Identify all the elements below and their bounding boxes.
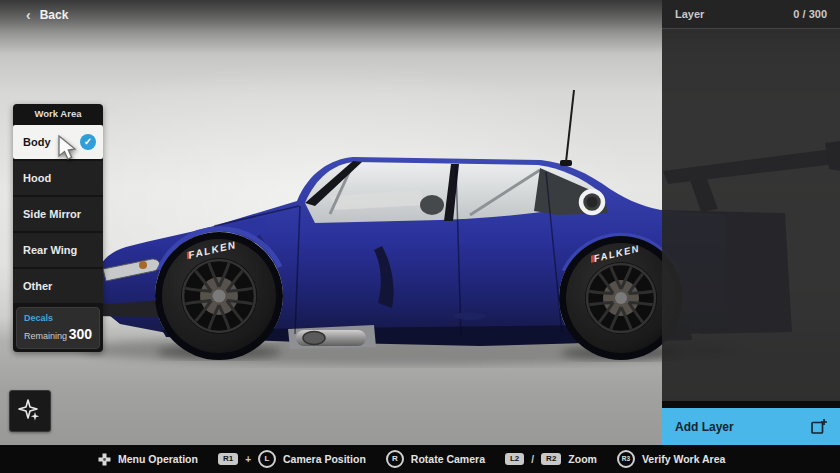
layer-panel: Layer 0 / 300 Add Layer [662, 0, 840, 445]
antenna [560, 90, 574, 166]
hint-menu-operation: Menu Operation [98, 453, 198, 466]
remaining-value: 300 [69, 326, 92, 342]
plus-separator: + [245, 454, 251, 465]
dpad-icon [98, 453, 111, 466]
hint-label: Rotate Camera [411, 453, 485, 465]
left-stick-icon: L [258, 450, 276, 468]
r3-stick-icon: R3 [617, 450, 635, 468]
remaining-label: Remaining [24, 331, 67, 341]
item-label: Rear Wing [23, 244, 77, 256]
check-icon: ✓ [80, 134, 96, 150]
door-handle [454, 312, 486, 320]
add-layer-icon [810, 418, 827, 435]
add-layer-button[interactable]: Add Layer [662, 408, 840, 445]
item-label: Body [23, 136, 51, 148]
chevron-left-icon: ‹ [26, 8, 31, 22]
r2-button-icon: R2 [541, 453, 561, 465]
right-stick-icon: R [386, 450, 404, 468]
livery-editor-screen: FALKEN FALKEN [0, 0, 840, 473]
layer-panel-divider [662, 401, 840, 408]
layer-panel-title: Layer [675, 8, 704, 20]
item-label: Hood [23, 172, 51, 184]
decals-counter: Decals Remaining 300 [16, 307, 100, 349]
work-area-item-side-mirror[interactable]: Side Mirror [13, 197, 103, 231]
side-exhaust [288, 325, 376, 349]
l2-button-icon: L2 [505, 453, 524, 465]
hint-label: Camera Position [283, 453, 366, 465]
work-area-panel: Work Area Body ✓ Hood Side Mirror Rear W… [13, 104, 103, 352]
hint-zoom: L2 / R2 Zoom [505, 453, 597, 465]
hint-verify-work-area: R3 Verify Work Area [617, 450, 725, 468]
layer-panel-header: Layer 0 / 300 [662, 0, 840, 29]
front-wheel: FALKEN [155, 232, 283, 360]
effects-button[interactable] [9, 390, 51, 432]
control-hint-bar: Menu Operation R1 + L Camera Position R … [0, 445, 840, 473]
headrest [420, 195, 444, 215]
work-area-item-hood[interactable]: Hood [13, 161, 103, 195]
item-label: Side Mirror [23, 208, 81, 220]
add-layer-label: Add Layer [675, 420, 734, 434]
back-label: Back [40, 8, 69, 22]
work-area-item-other[interactable]: Other [13, 269, 103, 303]
layer-count: 0 / 300 [793, 8, 827, 20]
hint-label: Menu Operation [118, 453, 198, 465]
work-area-title: Work Area [13, 104, 103, 123]
r1-button-icon: R1 [218, 453, 238, 465]
slash-separator: / [531, 454, 534, 465]
hint-label: Zoom [568, 453, 597, 465]
sparkle-icon [17, 398, 43, 424]
hint-camera-position: R1 + L Camera Position [218, 450, 366, 468]
layer-list-empty[interactable] [662, 29, 840, 401]
decals-label: Decals [24, 313, 92, 323]
work-area-item-rear-wing[interactable]: Rear Wing [13, 233, 103, 267]
work-area-item-body[interactable]: Body ✓ [13, 125, 103, 159]
item-label: Other [23, 280, 52, 292]
back-button[interactable]: ‹ Back [26, 8, 68, 22]
hint-rotate-camera: R Rotate Camera [386, 450, 485, 468]
hint-label: Verify Work Area [642, 453, 725, 465]
